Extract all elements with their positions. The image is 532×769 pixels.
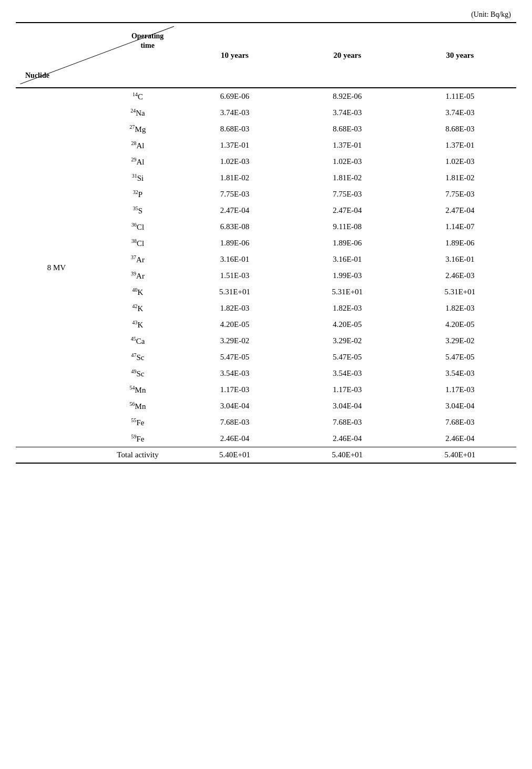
nuclide-cell: 39Ar xyxy=(97,268,179,284)
value-cell-v10: 1.81E-02 xyxy=(178,170,291,186)
value-cell-v10: 5.47E-05 xyxy=(178,349,291,365)
value-cell-v20: 1.17E-03 xyxy=(291,382,404,398)
nuclide-cell: 31Si xyxy=(97,170,179,186)
value-cell-v10: 7.68E-03 xyxy=(178,414,291,430)
value-cell-v30: 3.74E-03 xyxy=(404,105,516,121)
value-cell-v20: 3.04E-04 xyxy=(291,398,404,414)
value-cell-v30: 3.16E-01 xyxy=(404,251,516,268)
value-cell-v10: 3.29E-02 xyxy=(178,333,291,349)
nuclide-cell: 55Fe xyxy=(97,414,179,430)
nuclide-cell: 24Na xyxy=(97,105,179,121)
table-row: 8 MV14C6.69E-068.92E-061.11E-05 xyxy=(16,88,516,105)
value-cell-v30: 1.02E-03 xyxy=(404,153,516,170)
value-cell-v20: 1.81E-02 xyxy=(291,170,404,186)
value-cell-v20: 3.16E-01 xyxy=(291,251,404,268)
value-cell-v10: 8.68E-03 xyxy=(178,121,291,137)
total-label: Total activity xyxy=(97,447,179,464)
value-cell-v20: 1.82E-03 xyxy=(291,300,404,316)
value-cell-v10: 1.89E-06 xyxy=(178,235,291,251)
nuclide-cell: 56Mn xyxy=(97,398,179,414)
value-cell-v30: 3.04E-04 xyxy=(404,398,516,414)
unit-label: (Unit: Bq/kg) xyxy=(16,11,516,19)
energy-cell: 8 MV xyxy=(16,88,97,447)
value-cell-v20: 3.29E-02 xyxy=(291,333,404,349)
value-cell-v10: 7.75E-03 xyxy=(178,186,291,202)
value-cell-v30: 1.89E-06 xyxy=(404,235,516,251)
value-cell-v30: 2.46E-04 xyxy=(404,430,516,447)
nuclide-cell: 42K xyxy=(97,300,179,316)
nuclide-cell: 59Fe xyxy=(97,430,179,447)
value-cell-v10: 6.83E-08 xyxy=(178,219,291,235)
value-cell-v30: 1.82E-03 xyxy=(404,300,516,316)
value-cell-v30: 7.68E-03 xyxy=(404,414,516,430)
operating-time-label: Operatingtime xyxy=(131,32,163,50)
total-value-v20: 5.40E+01 xyxy=(291,447,404,464)
value-cell-v20: 4.20E-05 xyxy=(291,316,404,333)
value-cell-v10: 5.31E+01 xyxy=(178,284,291,300)
value-cell-v30: 8.68E-03 xyxy=(404,121,516,137)
value-cell-v30: 5.31E+01 xyxy=(404,284,516,300)
total-energy-empty xyxy=(16,447,97,464)
value-cell-v20: 7.68E-03 xyxy=(291,414,404,430)
value-cell-v10: 1.51E-03 xyxy=(178,268,291,284)
value-cell-v10: 2.47E-04 xyxy=(178,202,291,219)
value-cell-v10: 3.16E-01 xyxy=(178,251,291,268)
value-cell-v30: 4.20E-05 xyxy=(404,316,516,333)
col-30-header: 30 years xyxy=(404,23,516,88)
value-cell-v20: 2.47E-04 xyxy=(291,202,404,219)
value-cell-v10: 1.37E-01 xyxy=(178,137,291,153)
nuclide-cell: 43K xyxy=(97,316,179,333)
value-cell-v20: 7.75E-03 xyxy=(291,186,404,202)
nuclide-cell: 54Mn xyxy=(97,382,179,398)
total-value-v30: 5.40E+01 xyxy=(404,447,516,464)
value-cell-v30: 3.54E-03 xyxy=(404,365,516,382)
value-cell-v20: 3.74E-03 xyxy=(291,105,404,121)
value-cell-v10: 3.74E-03 xyxy=(178,105,291,121)
value-cell-v30: 5.47E-05 xyxy=(404,349,516,365)
nuclide-cell: 27Mg xyxy=(97,121,179,137)
value-cell-v10: 1.17E-03 xyxy=(178,382,291,398)
total-row: Total activity5.40E+015.40E+015.40E+01 xyxy=(16,447,516,464)
value-cell-v20: 3.54E-03 xyxy=(291,365,404,382)
value-cell-v10: 1.82E-03 xyxy=(178,300,291,316)
value-cell-v30: 1.37E-01 xyxy=(404,137,516,153)
nuclide-cell: 29Al xyxy=(97,153,179,170)
nuclide-cell: 49Sc xyxy=(97,365,179,382)
total-value-v10: 5.40E+01 xyxy=(178,447,291,464)
nuclide-cell: 37Ar xyxy=(97,251,179,268)
value-cell-v30: 2.46E-03 xyxy=(404,268,516,284)
value-cell-v30: 2.47E-04 xyxy=(404,202,516,219)
value-cell-v10: 6.69E-06 xyxy=(178,88,291,105)
nuclide-cell: 28Al xyxy=(97,137,179,153)
value-cell-v30: 1.17E-03 xyxy=(404,382,516,398)
value-cell-v20: 1.89E-06 xyxy=(291,235,404,251)
value-cell-v20: 1.02E-03 xyxy=(291,153,404,170)
value-cell-v20: 8.92E-06 xyxy=(291,88,404,105)
value-cell-v20: 2.46E-04 xyxy=(291,430,404,447)
value-cell-v10: 2.46E-04 xyxy=(178,430,291,447)
nuclide-cell: 45Ca xyxy=(97,333,179,349)
value-cell-v20: 1.99E-03 xyxy=(291,268,404,284)
value-cell-v30: 1.14E-07 xyxy=(404,219,516,235)
nuclide-cell: 14C xyxy=(97,88,179,105)
value-cell-v30: 3.29E-02 xyxy=(404,333,516,349)
value-cell-v10: 1.02E-03 xyxy=(178,153,291,170)
nuclide-cell: 36Cl xyxy=(97,219,179,235)
value-cell-v30: 7.75E-03 xyxy=(404,186,516,202)
data-table: Operatingtime Nuclide 10 years 20 years … xyxy=(16,22,516,464)
nuclide-label: Nuclide xyxy=(25,71,49,80)
value-cell-v30: 1.81E-02 xyxy=(404,170,516,186)
header-diagonal: Operatingtime Nuclide xyxy=(16,23,178,88)
value-cell-v10: 3.04E-04 xyxy=(178,398,291,414)
value-cell-v20: 1.37E-01 xyxy=(291,137,404,153)
col-10-header: 10 years xyxy=(178,23,291,88)
value-cell-v10: 3.54E-03 xyxy=(178,365,291,382)
nuclide-cell: 47Sc xyxy=(97,349,179,365)
nuclide-cell: 32P xyxy=(97,186,179,202)
nuclide-cell: 38Cl xyxy=(97,235,179,251)
nuclide-cell: 40K xyxy=(97,284,179,300)
value-cell-v10: 4.20E-05 xyxy=(178,316,291,333)
value-cell-v20: 5.31E+01 xyxy=(291,284,404,300)
nuclide-cell: 35S xyxy=(97,202,179,219)
value-cell-v20: 5.47E-05 xyxy=(291,349,404,365)
